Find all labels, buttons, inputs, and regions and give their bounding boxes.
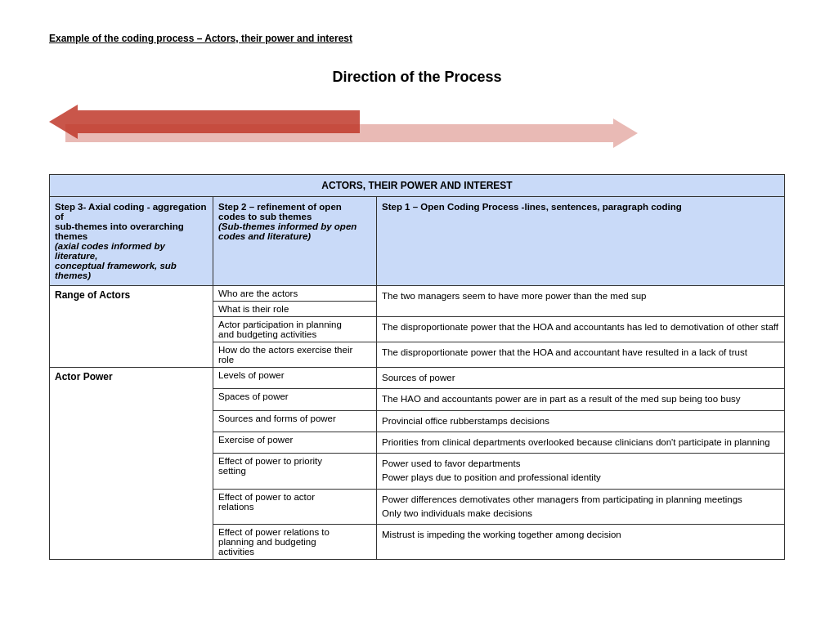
subtheme-who-actors: Who are the actors (213, 286, 377, 302)
step1-range-3: The disproportionate power that the HOA … (377, 342, 785, 368)
subtheme-exercise-role: How do the actors exercise theirrole (213, 342, 377, 368)
subtheme-what-role: What is their role (213, 302, 377, 317)
step1-power-5: Power used to favor departmentsPower pla… (377, 454, 785, 490)
left-arrow (49, 105, 360, 139)
theme-actor-power: Actor Power (50, 368, 213, 560)
right-arrow-head (613, 119, 638, 148)
subtheme-sources-forms: Sources and forms of power (213, 410, 377, 432)
direction-label: Direction of the Process (49, 69, 785, 86)
table-main-header: ACTORS, THEIR POWER AND INTEREST (50, 175, 785, 197)
col1-line2: sub-themes into overarching themes (55, 221, 184, 241)
col2-line1: Step 2 – refinement of open (218, 202, 342, 212)
col2-line3: (Sub-themes informed by open (218, 221, 356, 231)
page-title: Example of the coding process – Actors, … (49, 33, 785, 44)
col3-header: Step 1 – Open Coding Process -lines, sen… (377, 197, 785, 286)
subtheme-exercise-power: Exercise of power (213, 432, 377, 453)
col2-line2: codes to sub themes (218, 212, 312, 221)
step1-range-2: The disproportionate power that the HOA … (377, 317, 785, 342)
step1-power-2: The HAO and accountants power are in par… (377, 389, 785, 410)
subtheme-spaces-of-power: Spaces of power (213, 389, 377, 410)
subtheme-levels-of-power: Levels of power (213, 368, 377, 389)
col2-header: Step 2 – refinement of open codes to sub… (213, 197, 377, 286)
left-arrow-body (78, 110, 360, 133)
col1-line4: conceptual framework, sub themes) (55, 261, 177, 280)
table-header-cell: ACTORS, THEIR POWER AND INTEREST (50, 175, 785, 197)
table-row: Actor Power Levels of power Sources of p… (50, 368, 785, 389)
step1-power-6: Power differences demotivates other mana… (377, 489, 785, 525)
table-row: Range of Actors Who are the actors The t… (50, 286, 785, 302)
subtheme-planning-budgeting: Effect of power relations toplanning and… (213, 525, 377, 560)
column-headers-row: Step 3- Axial coding - aggregation of su… (50, 197, 785, 286)
coding-table: ACTORS, THEIR POWER AND INTEREST Step 3-… (49, 174, 785, 560)
col1-line3: (axial codes informed by literature, (55, 241, 165, 261)
step1-power-1: Sources of power (377, 368, 785, 389)
col2-line4: codes and literature) (218, 231, 311, 241)
subtheme-actor-relations: Effect of power to actorrelations (213, 489, 377, 525)
col1-header: Step 3- Axial coding - aggregation of su… (50, 197, 213, 286)
step1-power-3: Provincial office rubberstamps decisions (377, 410, 785, 432)
theme-range-of-actors: Range of Actors (50, 286, 213, 368)
step1-power-7: Mistrust is impeding the working togethe… (377, 525, 785, 560)
step1-power-4: Priorities from clinical departments ove… (377, 432, 785, 453)
subtheme-priority-setting: Effect of power to prioritysetting (213, 454, 377, 490)
arrows-diagram (49, 101, 785, 150)
col1-line1: Step 3- Axial coding - aggregation of (55, 202, 207, 221)
subtheme-actor-participation: Actor participation in planningand budge… (213, 317, 377, 342)
step1-range-1: The two managers seem to have more power… (377, 286, 785, 317)
left-arrow-head (49, 105, 78, 139)
